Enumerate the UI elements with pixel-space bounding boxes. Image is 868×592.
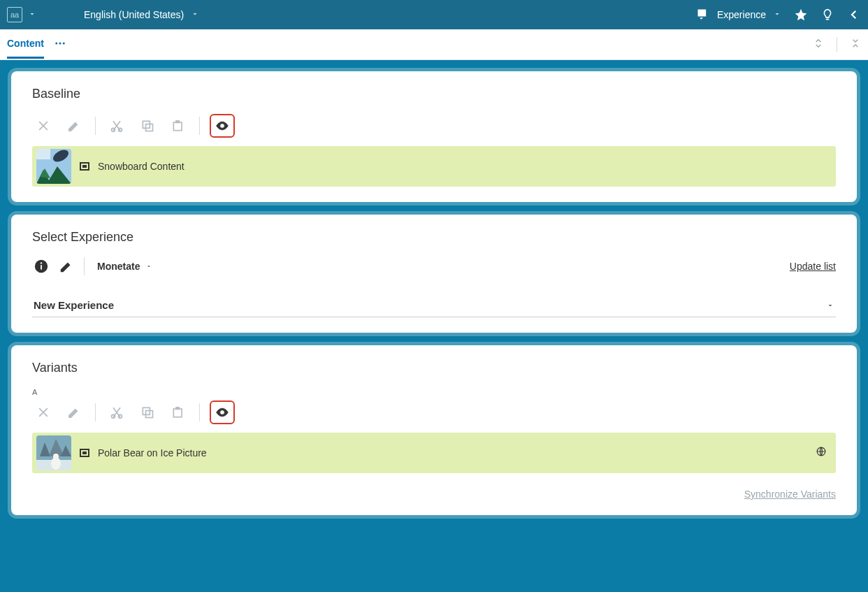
toolbar-divider [95, 117, 96, 135]
variants-title: Variants [32, 361, 836, 375]
app-logo-text: aa [10, 10, 19, 19]
baseline-panel: Baseline [11, 71, 857, 202]
preview-button[interactable] [210, 114, 235, 138]
baseline-item-label: Snowboard Content [98, 161, 185, 172]
svg-rect-22 [176, 407, 180, 410]
baseline-title: Baseline [32, 87, 836, 101]
experience-icon [696, 8, 710, 22]
top-bar: aa English (United States) Experience [0, 0, 868, 29]
preview-button[interactable] [210, 400, 235, 424]
edit-button[interactable] [57, 257, 75, 275]
experience-menu[interactable]: Experience [696, 8, 781, 22]
more-tabs-icon[interactable] [54, 37, 66, 52]
chevron-down-icon [773, 9, 781, 20]
copy-button[interactable] [136, 401, 159, 424]
select-experience-title: Select Experience [32, 230, 836, 245]
chevron-down-icon [191, 9, 199, 20]
baseline-content-row[interactable]: Snowboard Content [32, 146, 836, 187]
collapse-vert-icon[interactable] [850, 36, 861, 53]
topbar-right: Experience [696, 8, 861, 22]
variant-item-label: Polar Bear on Ice Picture [98, 447, 207, 459]
paste-button[interactable] [167, 115, 189, 137]
svg-rect-7 [173, 122, 182, 131]
variants-toolbar [32, 400, 836, 424]
experience-select-label: New Experience [34, 299, 114, 311]
toolbar-divider [199, 117, 200, 135]
toolbar-divider [84, 257, 85, 275]
app-dropdown-chevron-icon[interactable] [28, 8, 36, 21]
workspace: Baseline [0, 60, 868, 592]
provider-dropdown[interactable]: Monetate [97, 261, 152, 272]
expand-vert-icon[interactable] [813, 36, 824, 53]
toolbar-divider [95, 403, 96, 421]
star-icon[interactable] [794, 8, 808, 22]
toolbar-divider [199, 403, 200, 421]
paste-button[interactable] [167, 401, 189, 424]
svg-point-29 [53, 454, 59, 459]
app-logo[interactable]: aa [7, 7, 22, 22]
svg-point-0 [55, 42, 57, 44]
topbar-left: aa English (United States) [7, 7, 199, 22]
lightbulb-icon[interactable] [820, 8, 834, 22]
info-button[interactable] [32, 257, 50, 275]
variant-letter-label: A [32, 388, 836, 396]
tabbar-left: Content [7, 30, 66, 59]
experience-label: Experience [717, 9, 766, 20]
svg-point-1 [59, 42, 61, 44]
delete-button[interactable] [32, 115, 55, 137]
tabbar-right [813, 36, 861, 53]
content-type-icon [80, 449, 89, 457]
variant-content-row[interactable]: Polar Bear on Ice Picture [32, 433, 836, 473]
tab-bar: Content [0, 29, 868, 60]
language-selector[interactable]: English (United States) [84, 9, 199, 20]
content-type-icon [80, 162, 89, 171]
experience-toolbar: Monetate Update list [32, 257, 836, 275]
svg-rect-13 [36, 149, 50, 159]
snowboard-thumbnail [36, 149, 71, 184]
svg-point-16 [41, 262, 42, 263]
variants-panel: Variants A [11, 345, 857, 515]
experience-select-field[interactable]: New Experience [32, 294, 836, 317]
tab-content[interactable]: Content [7, 30, 44, 59]
svg-rect-8 [176, 121, 180, 123]
svg-point-2 [63, 42, 65, 44]
baseline-toolbar [32, 114, 836, 138]
svg-rect-21 [173, 409, 182, 417]
synchronize-variants-link[interactable]: Synchronize Variants [32, 489, 836, 500]
select-experience-panel: Select Experience Monetate Update list N… [11, 215, 857, 333]
cut-button[interactable] [106, 115, 128, 137]
provider-label: Monetate [97, 261, 140, 272]
delete-button[interactable] [32, 401, 55, 424]
divider [837, 37, 837, 52]
globe-icon [816, 447, 826, 459]
update-list-link[interactable]: Update list [790, 261, 836, 272]
collapse-chevron-icon[interactable] [847, 8, 861, 22]
copy-button[interactable] [136, 115, 159, 137]
edit-button[interactable] [63, 115, 85, 137]
cut-button[interactable] [106, 401, 128, 424]
svg-rect-15 [41, 265, 42, 269]
polar-bear-thumbnail [36, 435, 71, 470]
language-label: English (United States) [84, 9, 184, 20]
edit-button[interactable] [63, 401, 85, 424]
